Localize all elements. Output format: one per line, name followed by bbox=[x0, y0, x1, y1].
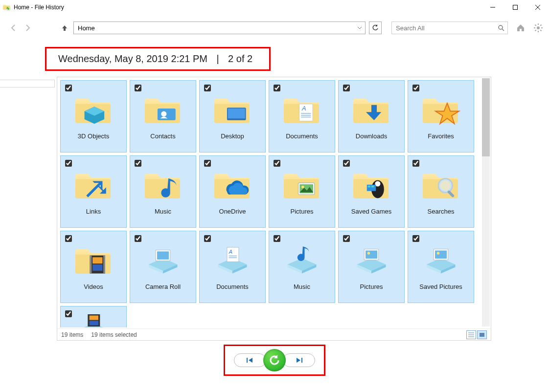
file-item[interactable] bbox=[60, 306, 127, 327]
scroll-thumb[interactable] bbox=[482, 78, 490, 156]
folder-icon bbox=[210, 162, 254, 206]
item-checkbox[interactable] bbox=[204, 160, 211, 167]
folder-icon bbox=[71, 162, 115, 206]
file-item[interactable]: Contacts bbox=[130, 80, 196, 152]
folder-icon bbox=[76, 311, 111, 327]
file-item[interactable]: Music bbox=[269, 231, 335, 303]
file-item[interactable]: Music bbox=[130, 155, 196, 228]
item-checkbox[interactable] bbox=[135, 235, 141, 242]
folder-icon bbox=[419, 162, 463, 206]
item-label: Desktop bbox=[200, 132, 265, 140]
refresh-button[interactable] bbox=[369, 22, 382, 34]
folder-icon bbox=[419, 87, 463, 131]
address-dropdown[interactable] bbox=[354, 22, 365, 34]
file-item[interactable]: Favorites bbox=[408, 80, 474, 152]
view-details-button[interactable] bbox=[466, 330, 476, 339]
statusbar: 19 items 19 items selected bbox=[57, 328, 491, 340]
item-checkbox[interactable] bbox=[274, 85, 280, 91]
svg-rect-43 bbox=[480, 333, 484, 337]
back-button[interactable] bbox=[9, 23, 19, 33]
forward-button[interactable] bbox=[23, 23, 32, 33]
address-bar[interactable] bbox=[73, 22, 366, 34]
file-pane: 3D ObjectsContactsDesktopDocumentsDownlo… bbox=[57, 77, 491, 341]
item-checkbox[interactable] bbox=[274, 235, 280, 242]
folder-icon bbox=[280, 237, 324, 281]
item-checkbox[interactable] bbox=[135, 85, 141, 91]
item-label: Music bbox=[130, 208, 196, 215]
folder-icon bbox=[419, 237, 463, 281]
file-item[interactable]: Pictures bbox=[338, 231, 405, 303]
file-item[interactable]: Links bbox=[60, 155, 127, 228]
item-checkbox[interactable] bbox=[65, 160, 72, 167]
status-count: 19 items bbox=[61, 331, 83, 338]
item-checkbox[interactable] bbox=[65, 235, 72, 242]
item-label: Favorites bbox=[408, 132, 474, 140]
folder-icon bbox=[349, 162, 393, 206]
file-item[interactable]: Saved Games bbox=[338, 155, 405, 228]
items-grid: 3D ObjectsContactsDesktopDocumentsDownlo… bbox=[57, 77, 491, 327]
folder-icon bbox=[71, 237, 115, 281]
item-checkbox[interactable] bbox=[412, 160, 419, 167]
svg-rect-40 bbox=[513, 5, 518, 10]
status-selected: 19 items selected bbox=[91, 331, 137, 338]
folder-icon bbox=[141, 237, 185, 281]
scrollbar[interactable] bbox=[482, 78, 490, 327]
previous-version-button[interactable] bbox=[234, 353, 266, 367]
item-label: Documents bbox=[269, 132, 335, 140]
item-label: Pictures bbox=[269, 208, 335, 215]
item-checkbox[interactable] bbox=[343, 235, 350, 242]
file-item[interactable]: Saved Pictures bbox=[408, 231, 474, 303]
nav-pane-stub bbox=[0, 80, 55, 87]
item-checkbox[interactable] bbox=[135, 160, 141, 167]
item-checkbox[interactable] bbox=[65, 310, 72, 317]
item-label: Music bbox=[269, 283, 335, 290]
item-checkbox[interactable] bbox=[274, 160, 280, 167]
folder-icon bbox=[71, 87, 115, 131]
version-info: Wednesday, May 8, 2019 2:21 PM | 2 of 2 bbox=[45, 47, 271, 71]
home-icon[interactable] bbox=[516, 23, 526, 33]
item-label: Camera Roll bbox=[130, 283, 196, 290]
file-item[interactable]: Desktop bbox=[199, 80, 266, 152]
gear-icon[interactable] bbox=[533, 23, 543, 33]
item-label: Documents bbox=[200, 283, 265, 290]
item-label: Contacts bbox=[130, 132, 196, 140]
item-checkbox[interactable] bbox=[65, 85, 72, 91]
restore-button[interactable] bbox=[263, 349, 286, 371]
search-input[interactable] bbox=[395, 24, 498, 32]
item-label: Downloads bbox=[339, 132, 404, 140]
up-button[interactable] bbox=[60, 23, 69, 33]
next-version-button[interactable] bbox=[283, 353, 315, 367]
item-checkbox[interactable] bbox=[204, 85, 211, 91]
file-item[interactable]: Videos bbox=[60, 231, 127, 303]
file-item[interactable]: Downloads bbox=[338, 80, 405, 152]
file-item[interactable]: OneDrive bbox=[199, 155, 266, 228]
app-icon bbox=[3, 3, 11, 11]
version-separator: | bbox=[216, 53, 219, 64]
item-checkbox[interactable] bbox=[343, 85, 350, 91]
item-label: OneDrive bbox=[200, 208, 265, 215]
file-item[interactable]: Camera Roll bbox=[130, 231, 196, 303]
minimize-button[interactable] bbox=[481, 0, 504, 15]
item-checkbox[interactable] bbox=[412, 235, 419, 242]
version-position: 2 of 2 bbox=[228, 53, 252, 64]
file-item[interactable]: Searches bbox=[408, 155, 474, 228]
item-label: Searches bbox=[408, 208, 474, 215]
file-item[interactable]: Documents bbox=[269, 80, 335, 152]
file-item[interactable]: Documents bbox=[199, 231, 266, 303]
item-checkbox[interactable] bbox=[343, 160, 350, 167]
search-box[interactable] bbox=[391, 22, 508, 34]
maximize-button[interactable] bbox=[504, 0, 526, 15]
titlebar: Home - File History bbox=[0, 0, 549, 15]
folder-icon bbox=[349, 237, 393, 281]
item-label: Links bbox=[61, 208, 126, 215]
item-checkbox[interactable] bbox=[412, 85, 419, 91]
file-item[interactable]: 3D Objects bbox=[60, 80, 127, 152]
file-item[interactable]: Pictures bbox=[269, 155, 335, 228]
folder-icon bbox=[141, 87, 185, 131]
folder-icon bbox=[280, 162, 324, 206]
restore-controls bbox=[224, 345, 325, 376]
address-input[interactable] bbox=[74, 24, 354, 32]
close-button[interactable] bbox=[526, 0, 549, 15]
view-large-button[interactable] bbox=[477, 330, 487, 339]
item-checkbox[interactable] bbox=[204, 235, 211, 242]
